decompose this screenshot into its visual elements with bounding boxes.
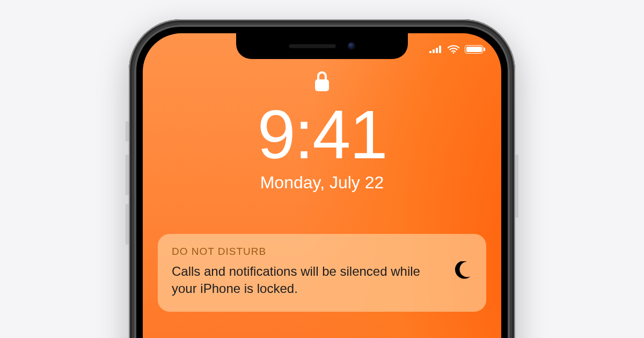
wifi-icon bbox=[448, 45, 459, 54]
svg-rect-3 bbox=[439, 46, 441, 53]
svg-rect-5 bbox=[315, 79, 329, 91]
lock-time: 9:41 bbox=[257, 99, 386, 171]
earpiece-speaker bbox=[289, 44, 336, 48]
lock-icon bbox=[314, 71, 330, 94]
power-button[interactable] bbox=[515, 155, 518, 218]
cellular-signal-icon bbox=[429, 46, 442, 53]
notification-title: DO NOT DISTURB bbox=[172, 246, 445, 258]
notification-body: Calls and notifications will be silenced… bbox=[172, 263, 445, 298]
front-camera bbox=[348, 42, 355, 50]
lock-date: Monday, July 22 bbox=[260, 173, 384, 193]
svg-rect-2 bbox=[436, 48, 438, 53]
lock-screen[interactable]: 9:41 Monday, July 22 DO NOT DISTURB Call… bbox=[143, 33, 501, 338]
notification-text: DO NOT DISTURB Calls and notifications w… bbox=[172, 246, 445, 298]
dnd-notification[interactable]: DO NOT DISTURB Calls and notifications w… bbox=[158, 234, 486, 312]
battery-icon bbox=[465, 45, 483, 54]
volume-down-button[interactable] bbox=[126, 204, 129, 245]
volume-up-button[interactable] bbox=[126, 155, 129, 195]
mute-switch[interactable] bbox=[126, 121, 129, 142]
moon-icon bbox=[454, 261, 472, 282]
svg-rect-1 bbox=[433, 49, 435, 53]
notch bbox=[236, 33, 408, 59]
status-bar bbox=[429, 45, 483, 54]
svg-rect-0 bbox=[429, 51, 431, 53]
svg-point-4 bbox=[453, 52, 455, 54]
iphone-frame: 9:41 Monday, July 22 DO NOT DISTURB Call… bbox=[129, 19, 515, 338]
lock-screen-content: 9:41 Monday, July 22 bbox=[143, 70, 501, 193]
